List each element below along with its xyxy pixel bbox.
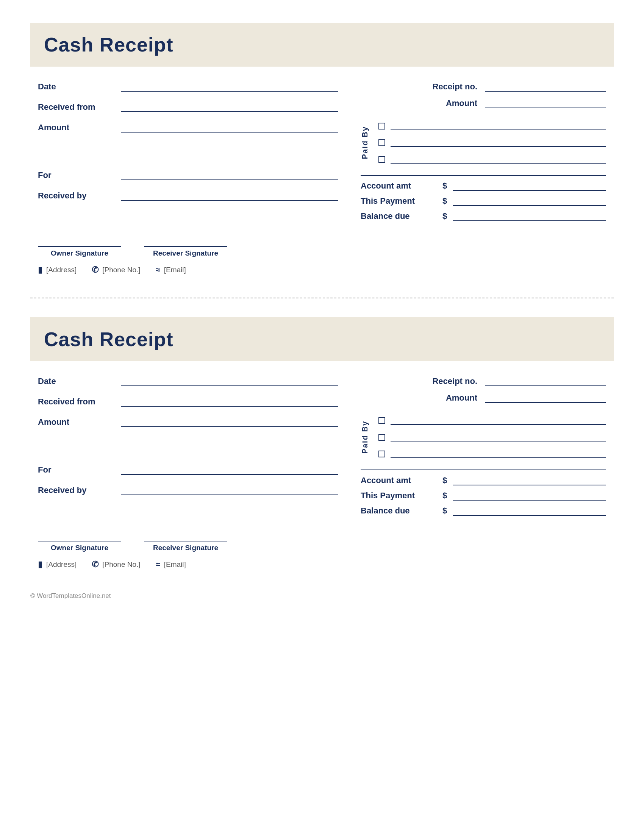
account-amt-row-1: Account amt $ — [361, 181, 606, 191]
address-item-2: ▮ [Address] — [38, 560, 77, 569]
amount-line-2[interactable] — [121, 418, 338, 427]
owner-signature-1: Owner Signature — [38, 238, 121, 257]
for-row-1: For — [38, 170, 338, 180]
phone-text-2: [Phone No.] — [102, 560, 140, 569]
dollar-sign-2a: $ — [443, 476, 447, 486]
dollar-sign-2b: $ — [443, 491, 447, 500]
date-row-1: Date — [38, 82, 338, 92]
receiver-sig-label-2: Receiver Signature — [153, 544, 218, 552]
received-from-line-1[interactable] — [121, 103, 338, 112]
phone-item-1: ✆ [Phone No.] — [92, 265, 140, 275]
date-line-1[interactable] — [121, 82, 338, 92]
right-amount-row-1: Amount — [361, 98, 606, 108]
right-top-2: Receipt no. Amount — [361, 376, 606, 403]
email-icon-2: ≈ — [156, 560, 160, 569]
option-line-1b[interactable] — [391, 138, 606, 147]
receipt-divider — [30, 298, 614, 298]
for-label-1: For — [38, 170, 114, 180]
account-amt-row-2: Account amt $ — [361, 476, 606, 486]
right-amount-row-2: Amount — [361, 393, 606, 403]
received-from-row-2: Received from — [38, 397, 338, 407]
date-line-2[interactable] — [121, 377, 338, 386]
left-column-2: Date Received from Amount For Received b… — [38, 376, 338, 569]
amount-label-1: Amount — [38, 123, 114, 132]
receiver-sig-line-2 — [144, 532, 227, 542]
option-line-2b[interactable] — [391, 433, 606, 442]
owner-sig-label-2: Owner Signature — [51, 544, 108, 552]
amount-line-1[interactable] — [121, 124, 338, 132]
option-line-1a[interactable] — [391, 122, 606, 130]
receiver-signature-1: Receiver Signature — [144, 238, 227, 257]
option-line-1c[interactable] — [391, 155, 606, 164]
balance-due-row-2: Balance due $ — [361, 506, 606, 516]
amounts-section-2: Account amt $ This Payment $ Balance due… — [361, 470, 606, 521]
owner-sig-line-2 — [38, 532, 121, 542]
receipt-no-label-1: Receipt no. — [409, 82, 477, 92]
balance-due-row-1: Balance due $ — [361, 211, 606, 221]
checkbox-1b[interactable] — [378, 139, 385, 146]
paid-by-options-2 — [378, 416, 606, 458]
received-by-row-2: Received by — [38, 486, 338, 495]
paid-by-section-2: Paid By — [361, 416, 606, 458]
balance-due-line-2[interactable] — [453, 507, 606, 516]
receipt-title-1: Cash Receipt — [44, 33, 600, 56]
receipt-no-row-1: Receipt no. — [361, 82, 606, 92]
contact-row-2: ▮ [Address] ✆ [Phone No.] ≈ [Email] — [38, 560, 338, 569]
this-payment-line-1[interactable] — [453, 197, 606, 206]
paid-by-section-1: Paid By — [361, 122, 606, 164]
this-payment-row-1: This Payment $ — [361, 196, 606, 206]
account-amt-label-2: Account amt — [361, 476, 436, 486]
checkbox-1c[interactable] — [378, 156, 385, 163]
receipt-header-1: Cash Receipt — [30, 23, 614, 67]
paid-by-label-1: Paid By — [361, 126, 369, 159]
right-amount-line-1[interactable] — [485, 99, 606, 108]
this-payment-row-2: This Payment $ — [361, 491, 606, 500]
receipt-no-line-1[interactable] — [485, 82, 606, 92]
receipt-header-2: Cash Receipt — [30, 317, 614, 361]
received-by-line-1[interactable] — [121, 191, 338, 201]
date-label-2: Date — [38, 376, 114, 386]
received-by-row-1: Received by — [38, 191, 338, 201]
paid-by-option-2b — [378, 433, 606, 442]
receipt-body-2: Date Received from Amount For Received b… — [30, 376, 614, 569]
option-line-2a[interactable] — [391, 416, 606, 425]
checkbox-2b[interactable] — [378, 434, 385, 441]
receiver-sig-line-1 — [144, 238, 227, 247]
footer-watermark: © WordTemplatesOnline.net — [30, 592, 111, 599]
receipt-no-row-2: Receipt no. — [361, 376, 606, 386]
address-text-2: [Address] — [46, 560, 77, 569]
dollar-sign-1b: $ — [443, 196, 447, 206]
balance-due-line-1[interactable] — [453, 212, 606, 221]
address-icon-1: ▮ — [38, 265, 42, 275]
option-line-2c[interactable] — [391, 450, 606, 458]
right-column-1: Receipt no. Amount Paid By — [361, 82, 606, 275]
received-by-line-2[interactable] — [121, 486, 338, 495]
right-column-2: Receipt no. Amount Paid By — [361, 376, 606, 569]
checkbox-1a[interactable] — [378, 123, 385, 130]
contact-row-1: ▮ [Address] ✆ [Phone No.] ≈ [Email] — [38, 265, 338, 275]
phone-icon-1: ✆ — [92, 265, 98, 275]
checkbox-2c[interactable] — [378, 450, 385, 457]
owner-signature-2: Owner Signature — [38, 532, 121, 552]
date-row-2: Date — [38, 376, 338, 386]
date-label-1: Date — [38, 82, 114, 92]
email-text-1: [Email] — [164, 266, 186, 274]
paid-by-option-1c — [378, 155, 606, 164]
checkbox-2a[interactable] — [378, 417, 385, 424]
amount-label-2: Amount — [38, 417, 114, 427]
paid-by-option-2a — [378, 416, 606, 425]
for-line-1[interactable] — [121, 171, 338, 180]
address-icon-2: ▮ — [38, 560, 42, 569]
phone-item-2: ✆ [Phone No.] — [92, 560, 140, 569]
this-payment-line-2[interactable] — [453, 492, 606, 500]
right-amount-line-2[interactable] — [485, 394, 606, 403]
balance-due-label-1: Balance due — [361, 211, 436, 221]
owner-sig-line-1 — [38, 238, 121, 247]
account-amt-line-1[interactable] — [453, 182, 606, 191]
account-amt-line-2[interactable] — [453, 476, 606, 486]
received-from-line-2[interactable] — [121, 397, 338, 407]
receipt-no-line-2[interactable] — [485, 377, 606, 386]
receipt-title-2: Cash Receipt — [44, 328, 600, 351]
right-amount-label-1: Amount — [409, 98, 477, 108]
for-line-2[interactable] — [121, 466, 338, 475]
